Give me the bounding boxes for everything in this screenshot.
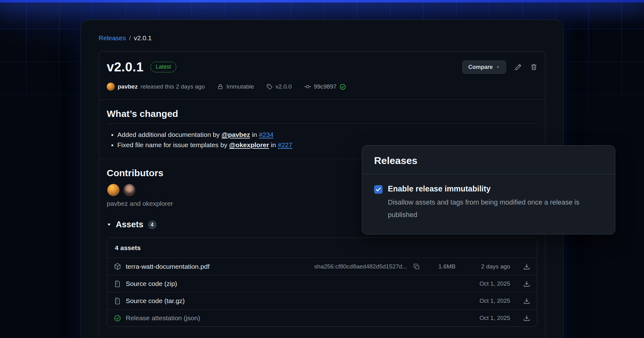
asset-date: 2 days ago xyxy=(465,263,510,270)
asset-name-link[interactable]: terra-watt-documentation.pdf xyxy=(126,263,209,270)
download-button[interactable] xyxy=(523,315,530,321)
setting-content: Enable release immutability Disallow ass… xyxy=(388,184,603,221)
copy-icon xyxy=(413,263,420,270)
latest-badge: Latest xyxy=(150,62,176,72)
top-glow-line xyxy=(0,0,644,2)
file-zip-icon xyxy=(114,297,121,305)
release-actions: Compare xyxy=(462,60,537,74)
tag-ref: v2.0.0 xyxy=(266,83,292,90)
delete-release-button[interactable] xyxy=(530,64,537,70)
popup-heading: Releases xyxy=(374,155,603,167)
changelog-text: Fixed file name for issue templates by xyxy=(117,141,227,148)
immutable-badge: Immutable xyxy=(217,83,254,90)
release-header: v2.0.1 Latest Compare xyxy=(99,51,545,100)
heading-divider xyxy=(107,123,537,124)
trash-icon xyxy=(530,64,537,70)
download-button[interactable] xyxy=(523,280,530,287)
verified-icon xyxy=(339,84,346,90)
changelog-text: Added additional documentation by xyxy=(117,131,220,138)
whats-changed-heading: What’s changed xyxy=(107,109,537,119)
download-button[interactable] xyxy=(523,263,530,270)
triangle-down-icon xyxy=(107,222,111,227)
compare-button-label: Compare xyxy=(468,64,493,70)
asset-name-link[interactable]: Release attestation (json) xyxy=(126,314,200,322)
download-icon xyxy=(523,263,530,270)
commit-ref[interactable]: 99c9897 xyxy=(304,83,346,90)
released-text: released this 2 days ago xyxy=(140,83,205,90)
tag-icon xyxy=(266,84,273,90)
breadcrumb: Releases / v2.0.1 xyxy=(99,20,545,42)
user-mention-link[interactable]: @okexplorer xyxy=(229,141,269,148)
release-meta: pavbez released this 2 days ago Immutabl… xyxy=(107,83,537,91)
chevron-down-icon xyxy=(496,65,500,69)
immutability-setting: Enable release immutability Disallow ass… xyxy=(374,184,603,221)
asset-size: 1.6MB xyxy=(429,263,456,270)
releases-settings-popup: Releases Enable release immutability Dis… xyxy=(362,145,615,234)
download-button[interactable] xyxy=(523,297,530,304)
compare-button[interactable]: Compare xyxy=(462,60,506,74)
contributor-avatar[interactable] xyxy=(107,183,120,197)
tag-label: v2.0.0 xyxy=(276,83,292,90)
asset-date: Oct 1, 2025 xyxy=(465,315,510,321)
git-commit-icon xyxy=(304,83,311,90)
breadcrumb-separator: / xyxy=(129,34,131,41)
asset-row: Source code (tar.gz) Oct 1, 2025 xyxy=(107,292,537,309)
asset-name-link[interactable]: Source code (zip) xyxy=(126,280,177,287)
breadcrumb-current: v2.0.1 xyxy=(134,34,152,41)
immutability-description: Disallow assets and tags from being modi… xyxy=(388,196,603,221)
download-icon xyxy=(523,297,530,304)
asset-row: Source code (zip) Oct 1, 2025 xyxy=(107,275,537,292)
asset-name-link[interactable]: Source code (tar.gz) xyxy=(126,297,185,305)
pr-link[interactable]: #234 xyxy=(259,131,274,138)
changelog-connector: in xyxy=(271,141,276,148)
immutability-checkbox[interactable] xyxy=(374,185,383,194)
assets-table-header: 4 assets xyxy=(107,238,537,258)
immutability-label[interactable]: Enable release immutability xyxy=(388,184,603,193)
download-icon xyxy=(523,280,530,287)
assets-heading: Assets xyxy=(116,220,144,229)
author-name[interactable]: pavbez xyxy=(118,83,138,90)
author-avatar[interactable] xyxy=(107,83,115,91)
asset-row: Release attestation (json) Oct 1, 2025 xyxy=(107,309,537,326)
pencil-icon xyxy=(515,64,522,70)
download-icon xyxy=(523,315,530,321)
check-icon xyxy=(375,186,381,192)
pr-link[interactable]: #227 xyxy=(278,141,292,148)
assets-table: 4 assets terra-watt-documentation.pdf sh… xyxy=(107,238,537,327)
commit-sha: 99c9897 xyxy=(314,83,337,90)
changelog-connector: in xyxy=(252,131,257,138)
breadcrumb-releases-link[interactable]: Releases xyxy=(99,34,126,41)
changelog-item: Added additional documentation by @pavbe… xyxy=(117,129,537,140)
assets-count-badge: 4 xyxy=(148,220,157,229)
attestation-check-icon xyxy=(114,315,121,322)
file-zip-icon xyxy=(114,280,121,287)
contributor-avatar[interactable] xyxy=(123,183,136,197)
popup-divider xyxy=(362,174,615,174)
asset-date: Oct 1, 2025 xyxy=(465,280,510,287)
lock-icon xyxy=(217,84,223,90)
package-icon xyxy=(114,263,121,270)
release-title: v2.0.1 xyxy=(107,60,144,75)
immutable-label: Immutable xyxy=(226,83,254,90)
edit-release-button[interactable] xyxy=(515,64,522,70)
asset-date: Oct 1, 2025 xyxy=(465,297,510,304)
asset-row: terra-watt-documentation.pdf sha256:cf80… xyxy=(107,258,537,275)
asset-digest: sha256:cf80cd8aed482d5d1527d... xyxy=(314,263,407,270)
copy-digest-button[interactable] xyxy=(413,263,420,270)
user-mention-link[interactable]: @pavbez xyxy=(222,131,250,138)
